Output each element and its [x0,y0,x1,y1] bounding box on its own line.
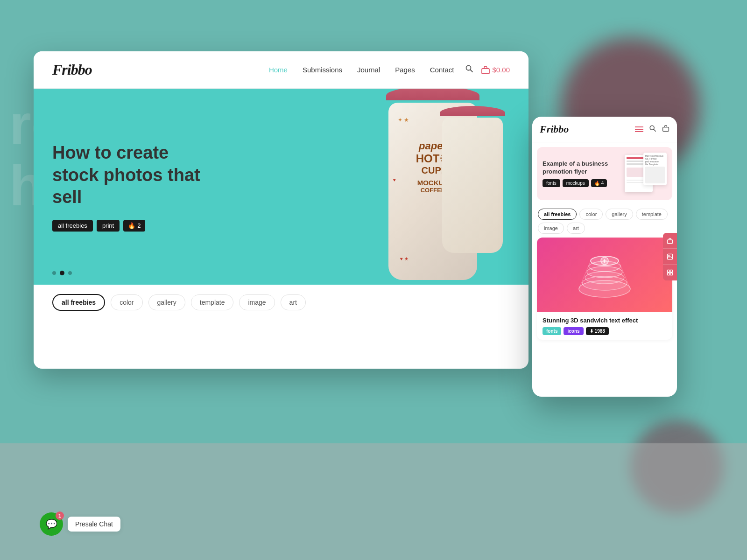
mock-text: Half Fold MockupUS Formatpsd resourcefil… [645,154,665,166]
mobile-hero-tags: fonts mockups 🔥 4 [543,179,620,187]
mobile-tag-mockups[interactable]: mockups [563,179,589,187]
desktop-window: Fribbo Home Submissions Journal Pages Co… [34,51,529,369]
svg-rect-18 [667,254,672,259]
mobile-header: Fribbo [532,117,677,142]
tag-fire: 🔥 2 [123,220,145,231]
mobile-filter-image[interactable]: image [538,223,564,234]
nav-item-pages[interactable]: Pages [395,66,415,74]
chat-avatar[interactable]: 💬 1 [40,512,63,536]
svg-rect-20 [667,270,669,272]
dot-1[interactable] [52,271,56,275]
mobile-filter-template[interactable]: template [636,209,668,220]
mobile-tag-fonts[interactable]: fonts [543,179,560,187]
mobile-hero-card: Example of a business promotion flyer fo… [537,147,672,200]
mobile-search-icon[interactable] [649,125,656,134]
desktop-logo[interactable]: Fribbo [52,61,92,78]
svg-rect-23 [670,273,673,275]
mobile-filter-gallery[interactable]: gallery [606,209,633,220]
dot-3[interactable] [68,271,72,275]
chat-badge: 1 [56,511,64,520]
tag-mockups[interactable]: all freebies [52,220,93,231]
cart-button[interactable]: $0.00 [481,65,510,75]
mobile-cart-icon[interactable] [662,125,669,134]
hero-content: How to create stock photos that sell all… [52,142,202,231]
svg-rect-2 [482,69,489,74]
mobile-card-image [537,238,672,312]
mobile-card-tags: fonts icons ⬇ 1988 [543,327,667,335]
flyer-mockup-secondary: Half Fold MockupUS Formatpsd resourcefil… [643,153,667,185]
mock-line [627,163,643,165]
svg-rect-22 [667,273,669,275]
svg-rect-5 [663,127,669,132]
mobile-tag-fire: 🔥 4 [591,179,607,187]
hamburger-line-3 [635,131,643,132]
mobile-hero-preview: Half Fold MockupUS Formatpsd resourcefil… [625,153,667,195]
nav-item-submissions[interactable]: Submissions [303,66,342,74]
desktop-header: Fribbo Home Submissions Journal Pages Co… [34,51,529,89]
nav-item-contact[interactable]: Contact [430,66,454,74]
filter-gallery[interactable]: gallery [148,294,185,310]
desktop-nav: Home Submissions Journal Pages Contact [269,66,454,74]
nav-icons: $0.00 [465,64,510,75]
hero-section: How to create stock photos that sell all… [34,89,529,285]
sandwich-3d-svg [572,249,637,301]
cup-second [442,107,503,257]
hamburger-line-2 [635,129,643,130]
filter-all-freebies[interactable]: all freebies [52,294,105,311]
filter-section: all freebies color gallery template imag… [34,285,529,320]
mock-image-sm [645,167,665,183]
mobile-card-tag-downloads: ⬇ 1988 [586,327,609,335]
svg-line-1 [471,70,473,72]
hero-tags: all freebies print 🔥 2 [52,220,202,231]
tag-print[interactable]: print [97,220,120,231]
mobile-hero-title: Example of a business promotion flyer [543,160,620,176]
mobile-filter: all freebies color gallery template imag… [532,205,677,238]
mobile-card-body: Stunning 3D sandwich text effect fonts i… [537,312,672,340]
hero-image: paper Hot☀ cup! Mockup coffee ✦ ★ ♥ ✦ ♥ … [309,89,505,285]
mobile-card-tag-fonts[interactable]: fonts [543,327,561,335]
mobile-card-tag-icons[interactable]: icons [564,327,583,335]
filter-template[interactable]: template [191,294,234,310]
dot-2[interactable] [60,271,64,275]
nav-item-home[interactable]: Home [269,66,288,74]
mobile-filter-color[interactable]: color [579,209,603,220]
hamburger-menu[interactable] [635,126,643,132]
svg-rect-21 [670,270,673,272]
hamburger-line-1 [635,126,643,127]
mobile-content-card: Stunning 3D sandwich text effect fonts i… [537,238,672,340]
svg-line-4 [654,129,655,131]
filter-art[interactable]: art [281,294,306,310]
mobile-sidebar [663,233,677,280]
mobile-nav-icons [635,125,669,134]
mobile-filter-art[interactable]: art [567,223,585,234]
filter-color[interactable]: color [111,294,142,310]
hero-title: How to create stock photos that sell [52,142,202,209]
mobile-sidebar-cart[interactable] [663,233,677,249]
chat-label[interactable]: Presale Chat [68,517,120,532]
filter-image[interactable]: image [239,294,275,310]
mobile-window: Fribbo Example of a [532,117,677,397]
mobile-hero-text: Example of a business promotion flyer fo… [543,160,620,188]
mobile-logo[interactable]: Fribbo [540,123,569,135]
svg-rect-17 [667,239,672,243]
cart-price: $0.00 [492,66,510,74]
mobile-filter-all[interactable]: all freebies [538,209,577,220]
mobile-sidebar-grid[interactable] [663,265,677,280]
mobile-card-title: Stunning 3D sandwich text effect [543,317,667,324]
mobile-sidebar-image[interactable] [663,249,677,265]
pagination-dots [52,271,72,275]
bg-bottom-gray [0,443,747,560]
nav-item-journal[interactable]: Journal [357,66,380,74]
chat-widget[interactable]: 💬 1 Presale Chat [40,512,120,536]
search-icon[interactable] [465,64,473,75]
